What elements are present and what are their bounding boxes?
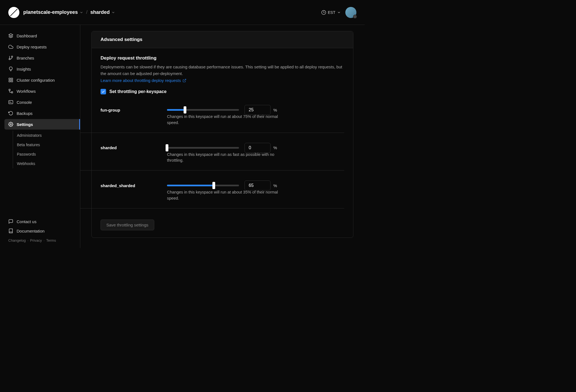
sidebar-footer: Contact us Documentation Changelog · Pri… — [0, 217, 80, 243]
svg-rect-9 — [9, 89, 10, 91]
keyspace-hint: Changes in this keyspace will run at abo… — [80, 189, 344, 208]
svg-rect-8 — [9, 81, 10, 82]
slider-thumb[interactable] — [184, 106, 186, 114]
save-button[interactable]: Save throttling settings — [101, 220, 154, 230]
check-icon — [101, 90, 105, 94]
logo[interactable] — [8, 7, 19, 18]
main: Advanced settings Deploy request throttl… — [80, 25, 365, 248]
nav: Dashboard Deploy requests Branches Insig… — [0, 30, 80, 168]
breadcrumb-separator: / — [86, 9, 88, 15]
sidebar-item-label: Settings — [17, 122, 33, 127]
breadcrumb: planetscale-employees / sharded — [23, 9, 115, 15]
contact-label: Contact us — [17, 219, 37, 224]
throttle-input[interactable] — [245, 143, 271, 153]
lightbulb-icon — [8, 66, 13, 71]
timezone-label: EST — [328, 10, 335, 15]
card-body: Deploy request throttling Deployments ca… — [92, 48, 353, 238]
sidebar-item-label: Backups — [17, 111, 33, 116]
clock-icon — [321, 10, 326, 15]
dot-separator: · — [43, 238, 45, 243]
sidebar-item-workflows[interactable]: Workflows — [4, 86, 76, 96]
sidebar: Dashboard Deploy requests Branches Insig… — [0, 25, 80, 248]
throttle-slider[interactable] — [167, 107, 239, 113]
external-link-icon — [182, 79, 186, 82]
percent-label: % — [273, 183, 277, 188]
docs-label: Documentation — [17, 229, 45, 233]
checkbox-row: Set throttling per-keyspace — [101, 89, 344, 94]
section-title: Deploy request throttling — [101, 55, 344, 61]
subnav-beta-features[interactable]: Beta features — [13, 140, 76, 149]
svg-point-4 — [9, 58, 10, 60]
section-description: Deployments can be slowed if they are ca… — [101, 64, 344, 77]
sidebar-item-label: Insights — [17, 67, 31, 71]
svg-rect-7 — [11, 81, 13, 82]
cloud-icon — [8, 44, 13, 49]
contact-us-link[interactable]: Contact us — [8, 217, 72, 226]
percent-label: % — [273, 108, 277, 112]
sidebar-item-dashboard[interactable]: Dashboard — [4, 30, 76, 41]
workflow-icon — [8, 89, 13, 94]
sidebar-item-backups[interactable]: Backups — [4, 108, 76, 118]
chat-icon — [8, 219, 13, 224]
db-crumb[interactable]: sharded — [90, 9, 115, 15]
throttle-slider[interactable] — [167, 183, 239, 188]
keyspace-name: sharded_sharded — [101, 183, 161, 188]
keyspace-name: sharded — [101, 145, 161, 150]
sidebar-item-label: Console — [17, 100, 32, 105]
svg-marker-1 — [9, 34, 13, 36]
terms-link[interactable]: Terms — [46, 238, 56, 243]
settings-card: Advanced settings Deploy request throttl… — [91, 31, 353, 238]
history-icon — [8, 111, 13, 116]
svg-line-14 — [184, 79, 186, 81]
subnav-administrators[interactable]: Administrators — [13, 131, 76, 140]
svg-rect-11 — [9, 100, 13, 104]
percent-label: % — [273, 145, 277, 150]
documentation-link[interactable]: Documentation — [8, 226, 72, 236]
header-right: EST — [321, 7, 356, 18]
sidebar-item-label: Branches — [17, 56, 34, 60]
changelog-link[interactable]: Changelog — [8, 238, 26, 243]
book-icon — [8, 228, 13, 233]
chevron-down-icon — [79, 11, 83, 14]
timezone-selector[interactable]: EST — [321, 10, 341, 15]
sidebar-item-label: Cluster configuration — [17, 78, 55, 82]
grid-icon — [8, 78, 13, 82]
gear-icon — [8, 122, 13, 127]
header-left: planetscale-employees / sharded — [8, 7, 115, 18]
sidebar-item-label: Dashboard — [17, 33, 37, 38]
footer-meta: Changelog · Privacy · Terms — [8, 238, 72, 243]
org-name: planetscale-employees — [23, 9, 78, 15]
svg-rect-10 — [11, 92, 13, 93]
slider-thumb[interactable] — [212, 182, 215, 189]
sidebar-item-cluster-config[interactable]: Cluster configuration — [4, 75, 76, 85]
settings-subnav: Administrators Beta features Passwords W… — [13, 131, 76, 168]
sidebar-item-settings[interactable]: Settings — [4, 119, 80, 130]
subnav-webhooks[interactable]: Webhooks — [13, 159, 76, 168]
privacy-link[interactable]: Privacy — [30, 238, 42, 243]
keyspace-row: sharded % — [101, 138, 344, 153]
slider-thumb[interactable] — [166, 144, 168, 151]
sidebar-item-label: Deploy requests — [17, 45, 47, 49]
sidebar-item-branches[interactable]: Branches — [4, 53, 76, 63]
keyspace-row: fun-group % — [101, 100, 344, 115]
sidebar-item-deploy-requests[interactable]: Deploy requests — [4, 42, 76, 52]
org-crumb[interactable]: planetscale-employees — [23, 9, 83, 15]
terminal-icon — [8, 100, 13, 105]
card-title: Advanced settings — [92, 31, 353, 48]
layers-icon — [8, 33, 13, 38]
learn-more-link[interactable]: Learn more about throttling deploy reque… — [101, 78, 186, 83]
chevron-down-icon — [337, 11, 341, 14]
svg-point-3 — [11, 56, 13, 57]
throttle-slider[interactable] — [167, 145, 239, 151]
per-keyspace-checkbox[interactable] — [101, 89, 106, 94]
sidebar-item-insights[interactable]: Insights — [4, 64, 76, 74]
sidebar-item-console[interactable]: Console — [4, 97, 76, 107]
dot-separator: · — [27, 238, 29, 243]
branch-icon — [8, 55, 13, 60]
throttle-input[interactable] — [245, 180, 271, 190]
svg-point-13 — [10, 124, 12, 125]
throttle-input[interactable] — [245, 105, 271, 115]
keyspace-hint: Changes in this keyspace will run at abo… — [80, 114, 344, 133]
avatar[interactable] — [345, 7, 356, 18]
subnav-passwords[interactable]: Passwords — [13, 149, 76, 159]
